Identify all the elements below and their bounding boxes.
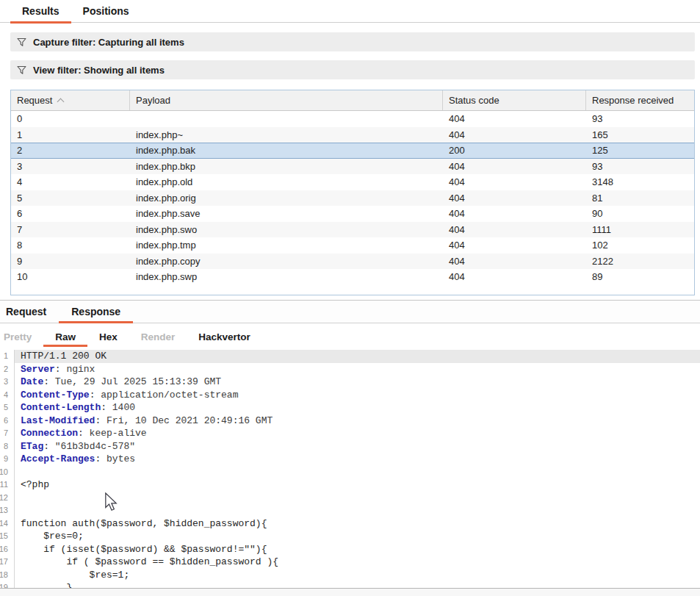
table-row[interactable]: 7index.php.swo4041111 (11, 222, 694, 238)
message-editor-tab-bar: Request Response (0, 300, 700, 323)
cell-length: 89 (586, 271, 694, 282)
table-row[interactable]: 1index.php~404165 (11, 127, 694, 143)
cell-length: 93 (586, 113, 694, 124)
cell-status: 404 (443, 208, 586, 219)
code-line: 5Content-Length: 1400 (0, 401, 700, 414)
cell-request: 4 (11, 176, 130, 187)
line-number: 14 (0, 517, 15, 531)
cell-payload: index.php~ (130, 129, 443, 140)
column-header-request[interactable]: Request (11, 90, 130, 110)
capture-filter-bar[interactable]: Capture filter: Capturing all items (10, 32, 695, 51)
code-line-text: Last-Modified: Fri, 10 Dec 2021 20:49:16… (15, 414, 700, 428)
table-row[interactable]: 4index.php.old4043148 (11, 174, 694, 190)
column-header-payload[interactable]: Payload (130, 90, 443, 110)
cell-request: 5 (11, 193, 130, 204)
tab-results[interactable]: Results (10, 0, 71, 22)
code-line: 13 (0, 504, 700, 517)
capture-filter-label: Capture filter: Capturing all items (33, 37, 184, 48)
table-row[interactable]: 8index.php.tmp404102 (11, 237, 694, 254)
line-number: 5 (0, 401, 15, 414)
cell-payload: index.php.tmp (130, 240, 443, 251)
code-line: 7Connection: keep-alive (0, 427, 700, 440)
tab-response-label: Response (71, 306, 120, 317)
code-line-text (15, 504, 700, 517)
view-tab-pretty[interactable]: Pretty (0, 323, 43, 350)
bottom-strip (0, 589, 700, 596)
code-line-text: Content-Length: 1400 (15, 401, 700, 414)
line-number: 9 (0, 453, 15, 466)
view-tab-hackvertor[interactable]: Hackvertor (187, 323, 262, 350)
cell-payload: index.php.old (130, 176, 443, 187)
code-line: 15 $res=0; (0, 530, 700, 543)
message-view-tabs: PrettyRawHexRenderHackvertor (0, 323, 700, 350)
column-header-payload-label: Payload (136, 95, 170, 106)
view-filter-bar[interactable]: View filter: Showing all items (10, 60, 695, 79)
table-row[interactable]: 5index.php.orig40481 (11, 190, 694, 207)
line-number: 2 (0, 363, 15, 376)
code-line-text: Date: Tue, 29 Jul 2025 15:13:39 GMT (15, 376, 700, 389)
cell-length: 90 (586, 208, 694, 219)
table-row[interactable]: 040493 (11, 111, 694, 127)
tab-positions-label: Positions (83, 5, 129, 17)
code-line: 10 (0, 466, 700, 479)
filter-funnel-icon (17, 37, 26, 47)
code-line: 18 $res=1; (0, 569, 700, 582)
cell-status: 404 (443, 271, 586, 282)
code-line-text: if ( $password == $hidden_password ){ (15, 556, 700, 569)
view-tab-render[interactable]: Render (129, 323, 187, 350)
code-line-text: if (isset($password) && $password!=""){ (15, 543, 700, 556)
cell-request: 1 (11, 129, 130, 140)
cell-length: 102 (586, 240, 694, 251)
code-line-text: Server: nginx (15, 363, 700, 376)
code-line-text: $res=0; (15, 530, 700, 543)
code-line-text: Content-Type: application/octet-stream (15, 389, 700, 402)
cell-status: 404 (443, 256, 586, 267)
column-header-response-received[interactable]: Response received (586, 90, 694, 110)
code-line: 17 if ( $password == $hidden_password ){ (0, 556, 700, 569)
cell-length: 1111 (586, 224, 694, 235)
code-line-text: } (15, 581, 700, 589)
cell-status: 404 (443, 161, 586, 172)
tab-request[interactable]: Request (0, 301, 59, 323)
cell-payload: index.php.save (130, 208, 443, 219)
column-header-request-label: Request (17, 95, 52, 106)
table-row[interactable]: 6index.php.save40490 (11, 206, 694, 222)
table-row[interactable]: 9index.php.copy4042122 (11, 254, 694, 270)
line-number: 4 (0, 389, 15, 402)
cell-request: 6 (11, 208, 130, 219)
table-row[interactable]: 3index.php.bkp40493 (11, 159, 694, 175)
tab-results-label: Results (22, 5, 59, 17)
cell-length: 93 (586, 161, 694, 172)
intruder-tab-bar: Results Positions (0, 0, 700, 23)
code-line-text: ETag: "61b3bd4c-578" (15, 440, 700, 453)
cell-status: 404 (443, 113, 586, 124)
column-header-status-code-label: Status code (449, 95, 499, 106)
table-row[interactable]: 2index.php.bak200125 (11, 143, 694, 159)
code-line: 9Accept-Ranges: bytes (0, 453, 700, 466)
column-header-response-received-label: Response received (592, 95, 674, 106)
cell-length: 2122 (586, 256, 694, 267)
line-number: 15 (0, 530, 15, 543)
line-number: 18 (0, 569, 15, 582)
code-line: 3Date: Tue, 29 Jul 2025 15:13:39 GMT (0, 376, 700, 389)
tab-response[interactable]: Response (59, 301, 133, 323)
view-tab-hex[interactable]: Hex (87, 323, 129, 350)
cell-request: 2 (11, 145, 130, 156)
code-line-text: Connection: keep-alive (15, 427, 700, 440)
table-row[interactable]: 10index.php.swp40489 (11, 269, 694, 285)
code-line: 4Content-Type: application/octet-stream (0, 389, 700, 402)
column-header-status-code[interactable]: Status code (443, 90, 586, 110)
cell-request: 7 (11, 224, 130, 235)
code-line-text: <?php (15, 478, 700, 492)
code-line-text: $res=1; (15, 569, 700, 582)
response-editor[interactable]: 1HTTP/1.1 200 OK2Server: nginx3Date: Tue… (0, 350, 700, 589)
tab-positions[interactable]: Positions (71, 0, 141, 22)
cell-request: 9 (11, 256, 130, 267)
sort-ascending-icon (57, 98, 65, 105)
code-line-text: Accept-Ranges: bytes (15, 453, 700, 466)
code-line: 16 if (isset($password) && $password!=""… (0, 543, 700, 556)
cell-status: 404 (443, 224, 586, 235)
cell-payload: index.php.bak (130, 145, 443, 156)
view-tab-raw[interactable]: Raw (43, 323, 87, 350)
results-table-header: Request Payload Status code Response rec… (11, 90, 694, 111)
